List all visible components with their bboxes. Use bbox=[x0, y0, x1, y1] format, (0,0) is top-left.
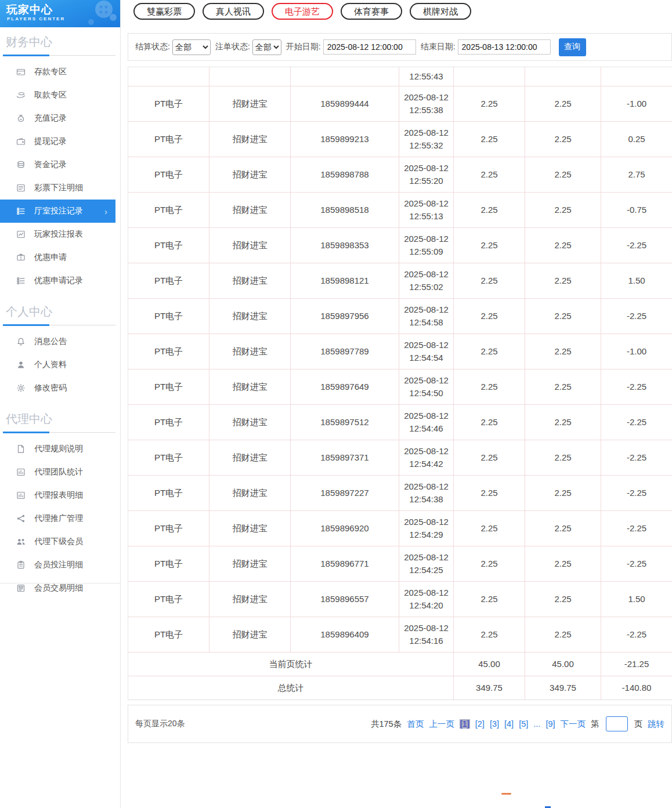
list-icon bbox=[16, 276, 26, 286]
page-link[interactable]: [3] bbox=[490, 719, 499, 729]
pagination-bar: 每页显示20条 共175条 首页 上一页 [1][2][3][4][5]...[… bbox=[128, 705, 672, 743]
sidebar-item-personal-profile[interactable]: 个人资料 bbox=[0, 353, 120, 376]
cell-win-loss: -2.25 bbox=[601, 405, 672, 440]
cell-game: 招财进宝 bbox=[209, 369, 291, 405]
start-date-input[interactable] bbox=[323, 39, 416, 55]
cell-time: 2025-08-12 12:55:32 bbox=[399, 122, 454, 157]
sidebar-item-promo-apply[interactable]: 优惠申请 bbox=[0, 246, 120, 269]
sidebar-item-change-password[interactable]: 修改密码 bbox=[0, 376, 120, 400]
cell-win-loss: -2.25 bbox=[601, 369, 672, 405]
cell-win-loss: -2.25 bbox=[601, 511, 672, 546]
sidebar-item-agent-team-stats[interactable]: 代理团队统计 bbox=[0, 461, 120, 484]
sidebar: 玩家中心 PLAYERS CENTER 财务中心存款专区取款专区充值记录提现记录… bbox=[0, 0, 121, 808]
cell-win-loss bbox=[601, 67, 672, 86]
cell-valid-bet: 2.25 bbox=[525, 405, 601, 440]
list-icon bbox=[16, 206, 26, 216]
cell-time: 2025-08-12 12:55:02 bbox=[399, 263, 454, 299]
cell-order-no: 1859897371 bbox=[291, 440, 399, 476]
cell-time: 2025-08-12 12:54:54 bbox=[399, 334, 454, 369]
page-ellipsis: ... bbox=[533, 719, 540, 729]
sidebar-item-withdraw-zone[interactable]: 取款专区 bbox=[0, 84, 120, 107]
table-row: PT电子招财进宝18598973712025-08-12 12:54:422.2… bbox=[128, 440, 672, 476]
cell-time: 12:55:43 bbox=[399, 67, 454, 86]
cell-bet: 2.25 bbox=[454, 369, 525, 405]
jump-page-input[interactable] bbox=[606, 716, 628, 731]
cell-valid-bet: 2.25 bbox=[525, 511, 601, 546]
query-button[interactable]: 查询 bbox=[559, 38, 586, 56]
sidebar-item-hall-bet-record[interactable]: 厅室投注记录› bbox=[0, 200, 115, 223]
sidebar-item-label: 资金记录 bbox=[34, 160, 67, 170]
cell-valid-bet: 2.25 bbox=[525, 228, 601, 263]
sidebar-item-label: 代理推广管理 bbox=[34, 513, 83, 524]
cell-hall: PT电子 bbox=[128, 476, 209, 511]
prev-page-link[interactable]: 上一页 bbox=[429, 719, 454, 730]
game-category-tabs: 雙赢彩票真人视讯电子游艺体育赛事棋牌对战 bbox=[133, 3, 471, 20]
sidebar-item-withdraw-record[interactable]: 提现记录 bbox=[0, 130, 120, 153]
cell-valid-bet: 2.25 bbox=[525, 582, 601, 617]
sidebar-item-member-bet-detail[interactable]: 会员投注明细 bbox=[0, 553, 120, 577]
app-title: 玩家中心 bbox=[6, 2, 53, 17]
sidebar-item-label: 优惠申请记录 bbox=[34, 276, 83, 286]
tab-live-video[interactable]: 真人视讯 bbox=[203, 3, 264, 20]
table-row: PT电子招财进宝18598985182025-08-12 12:55:132.2… bbox=[128, 193, 672, 228]
cell-bet: 2.25 bbox=[454, 582, 525, 617]
gear-icon bbox=[16, 383, 26, 393]
cell-order-no: 1859896557 bbox=[291, 582, 399, 617]
cell-hall: PT电子 bbox=[128, 228, 209, 263]
ticket-icon bbox=[16, 253, 26, 263]
person-icon bbox=[16, 360, 26, 370]
sidebar-item-agent-rules[interactable]: 代理规则说明 bbox=[0, 437, 120, 461]
sidebar-item-message-notice[interactable]: 消息公告 bbox=[0, 330, 120, 353]
cell-hall: PT电子 bbox=[128, 157, 209, 193]
page-link[interactable]: [9] bbox=[545, 719, 555, 729]
summary-valid-bet: 349.75 bbox=[525, 676, 601, 700]
summary-label: 总统计 bbox=[128, 676, 454, 700]
order-status-select[interactable]: 全部 bbox=[252, 39, 281, 55]
cell-hall: PT电子 bbox=[128, 405, 209, 440]
sidebar-item-deposit-zone[interactable]: 存款专区 bbox=[0, 60, 120, 84]
summary-win-loss: -140.80 bbox=[601, 676, 672, 700]
settle-status-select[interactable]: 全部 bbox=[172, 39, 211, 55]
cell-win-loss: 2.75 bbox=[601, 157, 672, 193]
cell-hall: PT电子 bbox=[128, 122, 209, 157]
sidebar-item-label: 优惠申请 bbox=[34, 252, 67, 263]
sidebar-item-lottery-bet-detail[interactable]: 彩票下注明细 bbox=[0, 176, 120, 200]
cell-valid-bet: 2.25 bbox=[525, 546, 601, 582]
sidebar-item-agent-promo-manage[interactable]: 代理推广管理 bbox=[0, 507, 120, 530]
cell-order-no: 1859897649 bbox=[291, 369, 399, 405]
doc-lines-icon bbox=[16, 183, 26, 193]
sidebar-item-agent-sub-members[interactable]: 代理下级会员 bbox=[0, 530, 120, 553]
sidebar-item-recharge-record[interactable]: 充值记录 bbox=[0, 107, 120, 130]
sidebar-item-agent-report-detail[interactable]: 代理报表明细 bbox=[0, 484, 120, 507]
tab-lottery[interactable]: 雙赢彩票 bbox=[133, 3, 195, 20]
cell-order-no: 1859897512 bbox=[291, 405, 399, 440]
tab-sports[interactable]: 体育赛事 bbox=[341, 3, 402, 20]
sidebar-item-player-bet-report[interactable]: 玩家投注报表 bbox=[0, 223, 120, 246]
cell-order-no: 1859896920 bbox=[291, 511, 399, 546]
table-row: PT电子招财进宝18598972272025-08-12 12:54:382.2… bbox=[128, 476, 672, 511]
first-page-link[interactable]: 首页 bbox=[407, 719, 424, 730]
jump-button[interactable]: 跳转 bbox=[648, 719, 664, 730]
cell-bet: 2.25 bbox=[454, 405, 525, 440]
cell-win-loss: -2.25 bbox=[601, 617, 672, 653]
page-link[interactable]: [2] bbox=[475, 719, 485, 729]
cell-bet: 2.25 bbox=[454, 511, 525, 546]
cell-hall bbox=[128, 67, 209, 86]
start-date-label: 开始日期: bbox=[286, 42, 321, 52]
sidebar-item-member-trans-detail[interactable]: 会员交易明细 bbox=[0, 577, 120, 600]
sidebar-item-label: 代理报表明细 bbox=[34, 490, 83, 501]
end-date-input[interactable] bbox=[458, 39, 551, 55]
coins-icon bbox=[16, 160, 26, 170]
sidebar-item-promo-apply-record[interactable]: 优惠申请记录 bbox=[0, 269, 120, 292]
section-title: 个人中心 bbox=[5, 303, 115, 325]
tab-e-games[interactable]: 电子游艺 bbox=[272, 3, 333, 20]
page-link[interactable]: [5] bbox=[519, 719, 528, 729]
sidebar-item-funds-record[interactable]: 资金记录 bbox=[0, 153, 120, 176]
cell-win-loss: 0.25 bbox=[601, 122, 672, 157]
bar-chart-icon bbox=[16, 468, 26, 477]
tab-board-games[interactable]: 棋牌对战 bbox=[410, 3, 471, 20]
cell-order-no: 1859898518 bbox=[291, 193, 399, 228]
next-page-link[interactable]: 下一页 bbox=[561, 719, 586, 730]
page-link[interactable]: [4] bbox=[504, 719, 514, 729]
cell-bet: 2.25 bbox=[454, 157, 525, 193]
